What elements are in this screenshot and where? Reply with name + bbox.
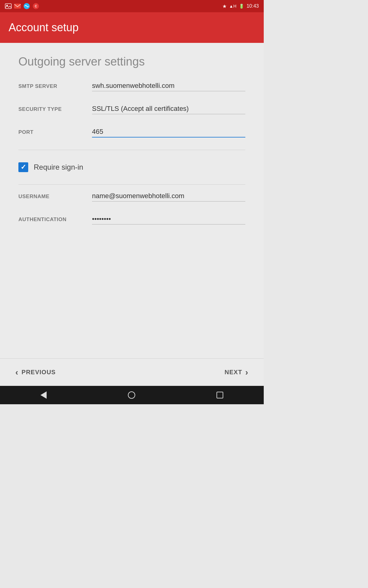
back-button[interactable] (40, 391, 47, 399)
port-input[interactable] (92, 126, 245, 138)
status-indicators: ★ ▲H 🔋 10:43 (222, 3, 259, 9)
system-nav-bar (0, 386, 264, 404)
username-input[interactable] (92, 191, 245, 202)
gallery-icon (5, 3, 12, 9)
username-field: USERNAME (18, 191, 245, 205)
divider-2 (18, 184, 245, 185)
home-button[interactable] (128, 391, 135, 399)
main-content: Outgoing server settings SMTP SERVER SEC… (0, 43, 264, 358)
status-bar: C ★ ▲H 🔋 10:43 (0, 0, 264, 12)
checkmark-icon: ✓ (21, 163, 26, 171)
require-signin-label: Require sign-in (34, 163, 83, 172)
star-icon: ★ (222, 3, 227, 9)
svg-rect-0 (5, 4, 11, 9)
username-label: USERNAME (18, 192, 92, 200)
previous-arrow-icon: ‹ (15, 368, 18, 377)
next-label: NEXT (224, 369, 242, 376)
app-bar-title: Account setup (9, 21, 79, 34)
navigation-bar: ‹ PREVIOUS NEXT › (0, 358, 264, 386)
authentication-label: AUTHENTICATION (18, 215, 92, 223)
port-field: PORT (18, 126, 245, 141)
security-type-field: SECURITY TYPE SSL/TLS (Accept all certif… (18, 104, 245, 117)
svg-rect-2 (14, 4, 21, 9)
battery-icon: 🔋 (239, 4, 244, 9)
previous-button[interactable]: ‹ PREVIOUS (9, 364, 62, 380)
section-title: Outgoing server settings (18, 55, 245, 68)
comico-icon: C (33, 3, 39, 9)
previous-label: PREVIOUS (21, 369, 56, 376)
port-label: PORT (18, 127, 92, 135)
smtp-server-input[interactable] (92, 81, 245, 91)
next-button[interactable]: NEXT › (218, 364, 255, 380)
require-signin-checkbox[interactable]: ✓ (18, 162, 28, 172)
authentication-input[interactable] (92, 214, 245, 224)
authentication-field: AUTHENTICATION (18, 214, 245, 228)
recents-button[interactable] (217, 392, 223, 398)
next-arrow-icon: › (245, 368, 248, 377)
security-type-value[interactable]: SSL/TLS (Accept all certificates) (92, 104, 245, 114)
divider-1 (18, 150, 245, 150)
app-bar: Account setup (0, 12, 264, 43)
require-signin-row: ✓ Require sign-in (18, 156, 245, 178)
smtp-server-field: SMTP SERVER (18, 81, 245, 94)
gmail-icon (14, 3, 21, 9)
clock: 10:43 (247, 3, 259, 9)
svg-text:C: C (35, 5, 37, 8)
smtp-server-label: SMTP SERVER (18, 81, 92, 89)
signal-icon: ▲H (229, 4, 236, 9)
security-type-label: SECURITY TYPE (18, 104, 92, 112)
notification-icons: C (5, 3, 39, 9)
wave-icon (23, 3, 30, 9)
